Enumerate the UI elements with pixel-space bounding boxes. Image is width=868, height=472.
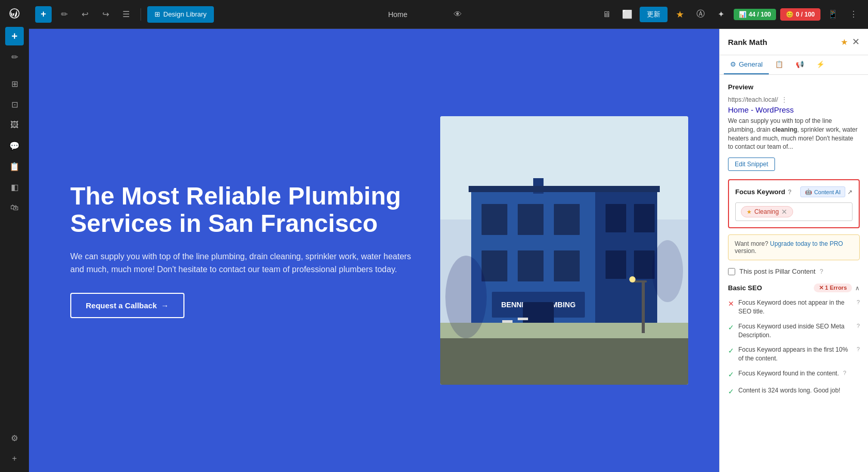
edit-snippet-button[interactable]: Edit Snippet — [728, 158, 775, 171]
svg-rect-7 — [518, 204, 544, 235]
svg-rect-8 — [554, 204, 580, 235]
tab-general-label: General — [739, 60, 763, 68]
svg-point-27 — [445, 256, 487, 338]
mobile-preview-icon[interactable]: 📱 — [825, 6, 841, 23]
design-library-button[interactable]: ⊞ Design Library — [147, 6, 214, 23]
sidebar-widgets-icon[interactable]: ◧ — [5, 178, 24, 196]
device-desktop[interactable]: 🖥 — [598, 6, 615, 23]
tab-advanced-icon: ⚡ — [816, 60, 825, 68]
pillar-checkbox[interactable] — [728, 268, 735, 275]
sidebar-settings-icon[interactable]: ⚙ — [5, 429, 24, 447]
readability-score-badge[interactable]: 😊 0 / 100 — [780, 8, 820, 21]
expand-icon[interactable]: ↗ — [847, 188, 853, 196]
hero-cta-arrow: → — [161, 301, 169, 310]
readability-icon: 😊 — [786, 11, 794, 18]
svg-rect-13 — [554, 250, 580, 281]
seo-score-badge[interactable]: 📊 44 / 100 — [734, 9, 776, 20]
check-help-1[interactable]: ? — [857, 298, 860, 306]
sidebar-add-block[interactable]: + — [5, 27, 24, 45]
preview-url-text: https://teach.local/ — [728, 96, 778, 103]
preview-toggle[interactable]: 👁 — [450, 6, 466, 23]
panel-title: Rank Math — [728, 38, 767, 46]
seo-check-pass-5: ✓ Content is 324 words long. Good job! — [728, 386, 860, 397]
focus-keyword-help-icon[interactable]: ? — [788, 188, 792, 196]
svg-rect-9 — [606, 204, 626, 232]
hero-cta-button[interactable]: Request a Callback → — [70, 293, 184, 318]
sidebar-add-bottom-icon[interactable]: + — [5, 449, 24, 468]
panel-close-icon[interactable]: ✕ — [852, 36, 860, 48]
device-external[interactable]: ⬜ — [619, 6, 636, 23]
preview-title[interactable]: Home - WordPress — [728, 105, 860, 114]
seo-check-pass-4: ✓ Focus Keyword found in the content. ? — [728, 369, 860, 380]
error-badge-text: ✕ 1 Errors — [819, 285, 847, 291]
keyword-tag-text: Cleaning — [754, 208, 779, 215]
svg-rect-15 — [634, 250, 655, 279]
seo-check-text-3: Focus Keyword appears in the first 10% o… — [738, 345, 853, 363]
tab-advanced[interactable]: ⚡ — [810, 55, 831, 74]
check-help-4[interactable]: ? — [843, 369, 846, 377]
svg-point-24 — [629, 276, 636, 282]
tab-social[interactable]: 📢 — [789, 55, 810, 74]
sidebar-woo-icon[interactable]: 🛍 — [5, 198, 24, 217]
upgrade-link[interactable]: Upgrade today to the PRO — [770, 240, 843, 247]
tab-snippet[interactable]: 📋 — [769, 55, 789, 74]
upgrade-suffix: version. — [735, 247, 756, 255]
svg-rect-25 — [502, 320, 513, 323]
svg-rect-26 — [518, 318, 528, 320]
svg-rect-30 — [469, 186, 660, 192]
check-fail-icon-1: ✕ — [728, 299, 734, 309]
toolbar-separator — [141, 8, 141, 21]
panel-header-icons: ★ ✕ — [841, 36, 860, 48]
hero-title: The Most Reliable Plumbing Services in S… — [70, 183, 420, 238]
settings-dots[interactable]: ⋮ — [845, 6, 862, 23]
connections-icon[interactable]: ✦ — [713, 6, 730, 23]
sidebar-edit-icon[interactable]: ✏ — [5, 48, 24, 66]
basic-seo-collapse-icon[interactable]: ∧ — [855, 285, 860, 292]
sidebar-blocks-icon[interactable]: ⊞ — [5, 74, 24, 93]
rank-math-panel: Rank Math ★ ✕ ⚙ General 📋 📢 ⚡ Preview ht… — [719, 29, 868, 472]
seo-check-fail-1: ✕ Focus Keyword does not appear in the S… — [728, 298, 860, 316]
sidebar-forms-icon[interactable]: 📋 — [5, 157, 24, 176]
error-badge: ✕ 1 Errors — [814, 284, 852, 292]
tab-social-icon: 📢 — [796, 60, 804, 68]
hero-cta-label: Request a Callback — [86, 301, 157, 310]
preview-label: Preview — [728, 83, 860, 91]
avada-icon[interactable]: Ⓐ — [692, 6, 709, 23]
content-ai-icon: 🤖 — [805, 188, 812, 195]
preview-url-dots: ⋮ — [781, 96, 787, 103]
content-ai-label: Content AI — [814, 189, 841, 195]
undo-button[interactable]: ↩ — [76, 6, 93, 23]
hero-image: BENNIE'S PLUMBING COMPANY — [440, 116, 688, 385]
seo-score-value: 44 / 100 — [749, 11, 771, 18]
sidebar-media-icon[interactable]: 🖼 — [5, 116, 24, 134]
hero-text-block: The Most Reliable Plumbing Services in S… — [70, 183, 420, 318]
wordpress-logo[interactable] — [5, 4, 24, 23]
design-library-label: Design Library — [163, 10, 207, 18]
check-help-3[interactable]: ? — [857, 345, 860, 353]
panel-header: Rank Math ★ ✕ — [720, 29, 868, 55]
preview-description: We can supply you with top of the line p… — [728, 117, 860, 151]
rank-math-star-icon[interactable]: ★ — [841, 37, 848, 47]
update-button[interactable]: 更新 — [640, 7, 668, 22]
redo-button[interactable]: ↪ — [97, 6, 114, 23]
list-view-button[interactable]: ☰ — [118, 6, 134, 23]
sidebar-comments-icon[interactable]: 💬 — [5, 136, 24, 155]
keyword-input-area[interactable]: ★ Cleaning ✕ — [735, 202, 853, 221]
toolbar-right: 🖥 ⬜ 更新 ★ Ⓐ ✦ 📊 44 / 100 😊 0 / 100 📱 ⋮ — [598, 6, 862, 23]
svg-rect-14 — [606, 250, 626, 279]
tools-button[interactable]: ✏ — [56, 6, 72, 23]
tab-general[interactable]: ⚙ General — [724, 55, 769, 74]
sidebar-patterns-icon[interactable]: ⊡ — [5, 95, 24, 114]
pillar-label: This post is Pillar Content — [739, 268, 815, 275]
page-title-area: 👁 — [218, 6, 594, 23]
rank-math-logo[interactable]: ★ — [672, 6, 688, 23]
basic-seo-section: Basic SEO ✕ 1 Errors ∧ ✕ Focus Keyword d… — [728, 284, 860, 397]
page-title-input[interactable] — [346, 6, 450, 23]
pillar-help-icon[interactable]: ? — [819, 268, 823, 275]
hero-description: We can supply you with top of the line p… — [70, 250, 420, 276]
keyword-tag-remove[interactable]: ✕ — [781, 208, 787, 215]
seo-check-pass-2: ✓ Focus Keyword used inside SEO Meta Des… — [728, 322, 860, 340]
check-help-2[interactable]: ? — [857, 322, 860, 330]
content-ai-button[interactable]: 🤖 Content AI — [800, 186, 845, 197]
add-block-button[interactable]: + — [35, 6, 52, 23]
